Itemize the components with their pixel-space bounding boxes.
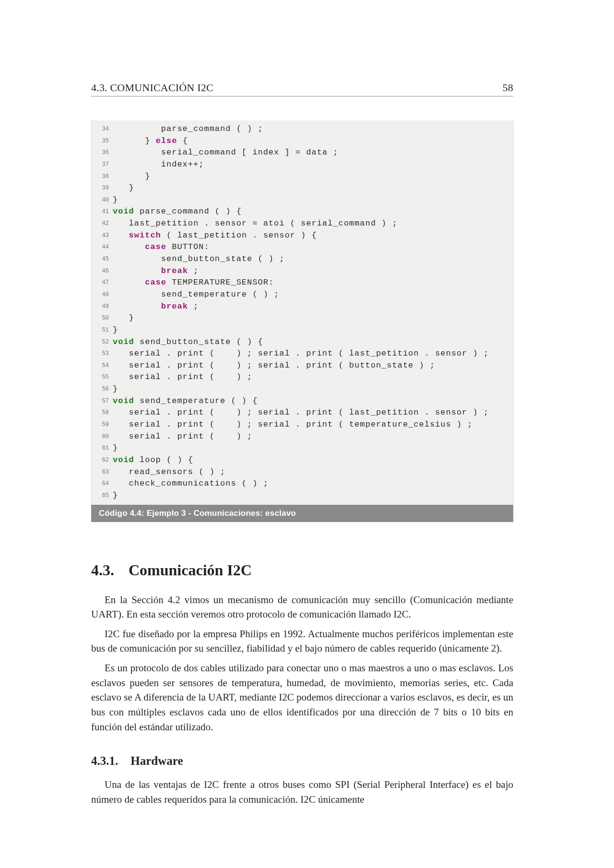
line-number: 47 [92,277,113,289]
code-text: serial . print ( ) ; serial . print ( bu… [113,360,508,372]
code-text: serial . print ( ) ; serial . print ( la… [113,407,508,419]
code-text: } [113,324,508,336]
line-number: 53 [92,348,113,360]
line-number: 42 [92,218,113,230]
code-text: serial . print ( ) ; [113,431,508,443]
code-line: 43 switch ( last_petition . sensor ) { [92,230,508,242]
code-line: 36 serial_command [ index ] = data ; [92,147,508,159]
code-text: check_communications ( ) ; [113,478,508,490]
code-text: serial . print ( ) ; serial . print ( te… [113,419,508,431]
code-line: 35 } else { [92,135,508,147]
code-line: 58 serial . print ( ) ; serial . print (… [92,407,508,419]
code-text: void loop ( ) { [113,454,508,466]
line-number: 61 [92,442,113,454]
code-text: } [113,171,508,183]
code-text: case BUTTON: [113,241,508,253]
code-line: 46 break ; [92,265,508,277]
code-text: void send_temperature ( ) { [113,395,508,407]
section-heading-4-3: 4.3.Comunicación I2C [91,561,513,579]
code-line: 41void parse_command ( ) { [92,206,508,218]
line-number: 37 [92,159,113,171]
line-number: 34 [92,123,113,135]
code-text: } [113,182,508,194]
code-line: 38 } [92,171,508,183]
line-number: 38 [92,171,113,183]
code-text: void parse_command ( ) { [113,206,508,218]
code-line: 45 send_button_state ( ) ; [92,253,508,265]
code-line: 59 serial . print ( ) ; serial . print (… [92,419,508,431]
line-number: 63 [92,466,113,478]
code-text: switch ( last_petition . sensor ) { [113,230,508,242]
line-number: 43 [92,230,113,242]
code-line: 55 serial . print ( ) ; [92,371,508,383]
code-line: 61} [92,442,508,454]
line-number: 59 [92,419,113,431]
code-line: 53 serial . print ( ) ; serial . print (… [92,348,508,360]
code-line: 44 case BUTTON: [92,241,508,253]
page-content: 4.3. COMUNICACIÓN I2C 58 34 parse_comman… [91,82,513,812]
line-number: 57 [92,395,113,407]
line-number: 64 [92,478,113,490]
code-text: last_petition . sensor = atoi ( serial_c… [113,218,508,230]
code-line: 60 serial . print ( ) ; [92,431,508,443]
paragraph: Una de las ventajas de I2C frente a otro… [91,777,513,807]
code-line: 50 } [92,312,508,324]
section-number: 4.3. [91,561,114,579]
line-number: 36 [92,147,113,159]
code-line: 65} [92,490,508,502]
line-number: 65 [92,490,113,502]
code-listing: 34 parse_command ( ) ;35 } else {36 seri… [91,120,513,505]
code-text: } [113,442,508,454]
code-line: 57void send_temperature ( ) { [92,395,508,407]
code-text: void send_button_state ( ) { [113,336,508,348]
line-number: 58 [92,407,113,419]
line-number: 49 [92,301,113,313]
code-text: case TEMPERATURE_SENSOR: [113,277,508,289]
code-line: 39 } [92,182,508,194]
code-caption: Código 4.4: Ejemplo 3 - Comunicaciones: … [91,505,513,522]
code-line: 63 read_sensors ( ) ; [92,466,508,478]
code-text: read_sensors ( ) ; [113,466,508,478]
section-title: Comunicación I2C [129,561,252,579]
code-text: } else { [113,135,508,147]
code-text: parse_command ( ) ; [113,123,508,135]
code-line: 34 parse_command ( ) ; [92,123,508,135]
code-text: break ; [113,301,508,313]
line-number: 44 [92,241,113,253]
page-number: 58 [503,82,513,94]
line-number: 56 [92,383,113,395]
line-number: 60 [92,431,113,443]
line-number: 51 [92,324,113,336]
line-number: 54 [92,360,113,372]
code-text: } [113,312,508,324]
code-line: 56} [92,383,508,395]
code-line: 37 index++; [92,159,508,171]
line-number: 41 [92,206,113,218]
line-number: 50 [92,312,113,324]
code-line: 47 case TEMPERATURE_SENSOR: [92,277,508,289]
code-text: serial_command [ index ] = data ; [113,147,508,159]
subsection-heading-4-3-1: 4.3.1.Hardware [91,754,513,768]
line-number: 52 [92,336,113,348]
code-text: index++; [113,159,508,171]
paragraph: Es un protocolo de dos cables utilizado … [91,661,513,734]
line-number: 48 [92,289,113,301]
code-line: 64 check_communications ( ) ; [92,478,508,490]
line-number: 45 [92,253,113,265]
paragraph: I2C fue diseñado por la empresa Philips … [91,627,513,656]
code-line: 54 serial . print ( ) ; serial . print (… [92,360,508,372]
code-line: 49 break ; [92,301,508,313]
line-number: 62 [92,454,113,466]
running-head: 4.3. COMUNICACIÓN I2C 58 [91,82,513,96]
code-line: 51} [92,324,508,336]
code-line: 40} [92,194,508,206]
code-line: 62void loop ( ) { [92,454,508,466]
code-line: 42 last_petition . sensor = atoi ( seria… [92,218,508,230]
line-number: 35 [92,135,113,147]
line-number: 39 [92,182,113,194]
code-text: serial . print ( ) ; serial . print ( la… [113,348,508,360]
code-text: send_button_state ( ) ; [113,253,508,265]
line-number: 40 [92,194,113,206]
code-text: } [113,383,508,395]
code-text: } [113,194,508,206]
